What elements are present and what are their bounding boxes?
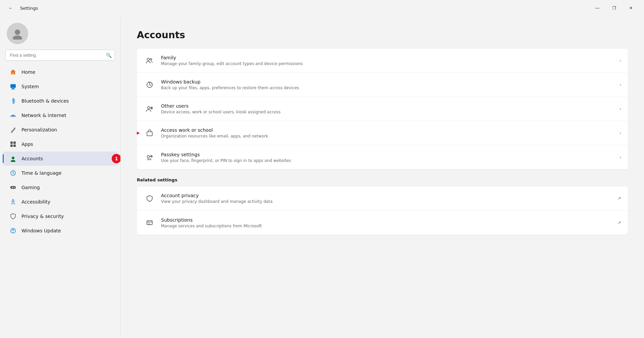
svg-rect-29 xyxy=(147,221,152,225)
other-users-title: Other users xyxy=(161,103,620,109)
sidebar-item-label: Time & language xyxy=(21,170,61,176)
privacy-icon xyxy=(9,213,17,220)
svg-rect-2 xyxy=(10,84,16,88)
annotation-badge-1: 1 xyxy=(112,154,121,163)
search-input[interactable] xyxy=(5,50,115,61)
accounts-icon xyxy=(9,155,17,162)
sidebar-item-label: Accessibility xyxy=(21,199,50,205)
nav-items: Home System Bluetooth & devices Network … xyxy=(0,65,120,338)
settings-card-related: Account privacy View your privacy dashbo… xyxy=(137,186,628,235)
page-title: Accounts xyxy=(137,30,628,41)
svg-point-22 xyxy=(148,106,150,109)
sidebar-item-network[interactable]: Network & internet xyxy=(3,108,118,122)
close-button[interactable]: ✕ xyxy=(623,3,639,13)
passkey-icon xyxy=(144,151,156,163)
access-work-title: Access work or school xyxy=(161,127,620,133)
account-privacy-desc: View your privacy dashboard and manage a… xyxy=(161,199,618,204)
account-privacy-title: Account privacy xyxy=(161,193,618,198)
sidebar-item-label: Privacy & security xyxy=(21,214,64,219)
sidebar-item-label: Windows Update xyxy=(21,228,61,233)
svg-point-11 xyxy=(12,157,14,159)
settings-row-access-work[interactable]: Access work or school Organization resou… xyxy=(137,121,628,145)
gaming-icon xyxy=(9,184,17,191)
settings-row-passkey[interactable]: Passkey settings Use your face, fingerpr… xyxy=(137,145,628,169)
account-privacy-icon xyxy=(144,192,156,205)
sidebar-item-privacy[interactable]: Privacy & security xyxy=(3,209,118,223)
back-button[interactable]: ← xyxy=(5,3,16,13)
subscriptions-external-icon: ↗ xyxy=(618,220,621,225)
sidebar-item-label: Apps xyxy=(21,142,33,147)
settings-card-main: Family Manage your family group, edit ac… xyxy=(137,49,628,169)
sidebar-profile xyxy=(0,16,120,50)
windows-backup-icon xyxy=(144,79,156,91)
svg-point-12 xyxy=(11,160,15,162)
other-users-desc: Device access, work or school users, kio… xyxy=(161,110,620,114)
windows-backup-desc: Back up your files, apps, preferences to… xyxy=(161,86,620,90)
search-box[interactable]: 🔍 xyxy=(5,50,115,61)
sidebar-item-home[interactable]: Home xyxy=(3,65,118,79)
settings-row-windows-backup[interactable]: Windows backup Back up your files, apps,… xyxy=(137,73,628,97)
sidebar-item-bluetooth[interactable]: Bluetooth & devices xyxy=(3,94,118,108)
svg-rect-3 xyxy=(12,88,14,89)
access-work-chevron: › xyxy=(620,131,621,135)
titlebar-left: ← Settings xyxy=(5,3,38,13)
sidebar-item-accounts[interactable]: Accounts 1 xyxy=(3,152,118,166)
other-users-chevron: › xyxy=(620,107,621,111)
subscriptions-desc: Manage services and subscriptions from M… xyxy=(161,224,618,228)
subscriptions-title: Subscriptions xyxy=(161,217,618,223)
family-title: Family xyxy=(161,55,620,60)
main-content: Accounts Family Manage your family group… xyxy=(121,16,644,338)
svg-point-15 xyxy=(14,187,14,188)
svg-rect-7 xyxy=(10,142,13,144)
sidebar-item-time[interactable]: Time & language xyxy=(3,166,118,180)
passkey-desc: Use your face, fingerprint, or PIN to si… xyxy=(161,158,620,163)
windows-backup-chevron: › xyxy=(620,82,621,87)
bluetooth-icon xyxy=(9,97,17,105)
access-work-icon xyxy=(144,127,156,139)
svg-rect-9 xyxy=(10,145,13,147)
titlebar-title: Settings xyxy=(20,6,38,11)
sidebar-item-label: Gaming xyxy=(21,185,40,190)
sidebar-item-label: Home xyxy=(21,69,35,75)
settings-row-subscriptions[interactable]: Subscriptions Manage services and subscr… xyxy=(137,211,628,235)
sidebar-item-gaming[interactable]: Gaming xyxy=(3,180,118,194)
personalization-icon xyxy=(9,126,17,133)
time-icon xyxy=(9,169,17,177)
sidebar-item-label: Network & internet xyxy=(21,113,66,118)
accessibility-icon xyxy=(9,198,17,206)
svg-rect-8 xyxy=(13,142,16,144)
svg-point-20 xyxy=(150,58,152,60)
family-icon xyxy=(144,55,156,67)
svg-point-5 xyxy=(13,116,14,117)
app-body: 🔍 Home System Bluetooth & devices Networ… xyxy=(0,16,644,338)
svg-point-16 xyxy=(14,187,15,188)
sidebar: 🔍 Home System Bluetooth & devices Networ… xyxy=(0,16,121,338)
minimize-button[interactable]: — xyxy=(590,3,605,13)
sidebar-item-label: Personalization xyxy=(21,127,57,132)
family-desc: Manage your family group, edit account t… xyxy=(161,61,620,66)
sidebar-item-label: Accounts xyxy=(21,156,43,161)
maximize-button[interactable]: ❐ xyxy=(606,3,622,13)
access-work-desc: Organization resources like email, apps,… xyxy=(161,134,620,138)
settings-row-family[interactable]: Family Manage your family group, edit ac… xyxy=(137,49,628,73)
settings-row-account-privacy[interactable]: Account privacy View your privacy dashbo… xyxy=(137,186,628,211)
svg-point-0 xyxy=(15,30,20,35)
windows-backup-title: Windows backup xyxy=(161,79,620,84)
subscriptions-icon xyxy=(144,217,156,229)
settings-row-other-users[interactable]: Other users Device access, work or schoo… xyxy=(137,97,628,121)
related-settings-label: Related settings xyxy=(137,177,628,182)
sidebar-item-accessibility[interactable]: Accessibility xyxy=(3,195,118,209)
sidebar-item-update[interactable]: Windows Update xyxy=(3,224,118,238)
svg-point-28 xyxy=(150,159,151,160)
sidebar-item-label: Bluetooth & devices xyxy=(21,98,69,104)
svg-point-1 xyxy=(13,36,22,40)
titlebar-controls: — ❐ ✕ xyxy=(590,3,639,13)
system-icon xyxy=(9,83,17,90)
sidebar-item-personalization[interactable]: Personalization xyxy=(3,123,118,137)
sidebar-item-apps[interactable]: Apps xyxy=(3,137,118,151)
svg-rect-4 xyxy=(11,89,15,90)
svg-point-25 xyxy=(147,156,150,158)
sidebar-item-system[interactable]: System xyxy=(3,79,118,94)
update-icon xyxy=(9,227,17,234)
avatar xyxy=(7,23,28,44)
